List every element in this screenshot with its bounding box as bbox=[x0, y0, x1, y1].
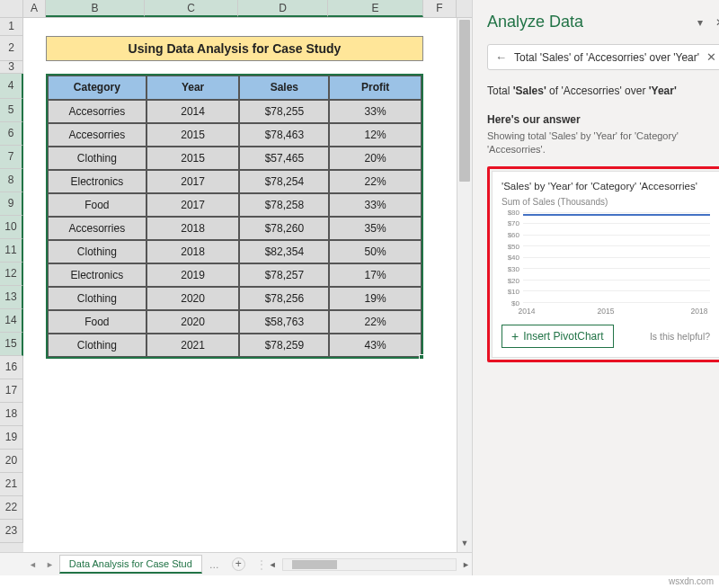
suggestion-card[interactable]: 'Sales' by 'Year' for 'Category' 'Acceso… bbox=[492, 171, 719, 358]
cell[interactable]: Electronics bbox=[48, 263, 146, 287]
table-row[interactable]: Accesorries2018$78,26035% bbox=[48, 217, 422, 240]
cell[interactable]: $78,257 bbox=[239, 263, 329, 287]
cell[interactable]: $58,763 bbox=[239, 310, 329, 334]
cell[interactable]: 2018 bbox=[146, 217, 240, 240]
row-header[interactable]: 8 bbox=[0, 169, 23, 192]
table-row[interactable]: Electronics2019$78,25717% bbox=[48, 263, 422, 287]
row-header[interactable]: 20 bbox=[0, 450, 23, 473]
row-header[interactable]: 5 bbox=[0, 99, 23, 122]
insert-pivotchart-button[interactable]: + Insert PivotChart bbox=[502, 325, 614, 348]
col-header-A[interactable]: A bbox=[23, 0, 46, 17]
clear-query-icon[interactable]: ✕ bbox=[706, 50, 716, 64]
cell[interactable]: 2017 bbox=[146, 170, 240, 193]
cell[interactable]: Food bbox=[48, 193, 146, 217]
cell[interactable]: Accesorries bbox=[48, 217, 146, 240]
tab-overflow-icon[interactable]: … bbox=[204, 559, 225, 570]
vertical-scrollbar[interactable]: ▼ bbox=[457, 18, 472, 552]
table-row[interactable]: Clothing2021$78,25943% bbox=[48, 334, 422, 357]
col-header-E[interactable]: E bbox=[328, 0, 423, 17]
cells-area[interactable]: Using Data Analysis for Case Study Categ… bbox=[23, 18, 457, 552]
row-header[interactable]: 21 bbox=[0, 473, 23, 496]
row-header[interactable]: 23 bbox=[0, 520, 23, 543]
cell[interactable]: 2021 bbox=[146, 334, 240, 357]
row-header[interactable]: 14 bbox=[0, 309, 23, 333]
row-header[interactable]: 11 bbox=[0, 239, 23, 263]
cell[interactable]: $78,260 bbox=[239, 217, 329, 240]
table-row[interactable]: Electronics2017$78,25422% bbox=[48, 170, 422, 193]
cell[interactable]: Accesorries bbox=[48, 123, 146, 147]
row-header[interactable]: 3 bbox=[0, 61, 23, 74]
cell[interactable]: Clothing bbox=[48, 240, 146, 263]
header-category[interactable]: Category bbox=[48, 76, 146, 100]
cell[interactable]: $78,254 bbox=[239, 170, 329, 193]
scroll-down-icon[interactable]: ▼ bbox=[457, 537, 472, 552]
cell[interactable]: 2019 bbox=[146, 263, 240, 287]
table-row[interactable]: Clothing2015$57,46520% bbox=[48, 147, 422, 170]
scrollbar-thumb[interactable] bbox=[292, 560, 337, 569]
cell[interactable]: 2020 bbox=[146, 310, 240, 334]
row-header[interactable]: 17 bbox=[0, 379, 23, 403]
row-header[interactable]: 13 bbox=[0, 286, 23, 309]
cell[interactable]: Electronics bbox=[48, 170, 146, 193]
add-sheet-button[interactable]: + bbox=[232, 557, 245, 571]
sheet-tab-active[interactable]: Data Analysis for Case Stud bbox=[59, 555, 202, 574]
table-row[interactable]: Food2020$58,76322% bbox=[48, 310, 422, 334]
row-header[interactable]: 19 bbox=[0, 426, 23, 450]
back-icon[interactable]: ← bbox=[495, 50, 507, 64]
col-header-F[interactable]: F bbox=[423, 0, 457, 17]
row-header[interactable]: 18 bbox=[0, 403, 23, 426]
table-row[interactable]: Clothing2018$82,35450% bbox=[48, 240, 422, 263]
col-header-C[interactable]: C bbox=[145, 0, 238, 17]
selection-handle[interactable] bbox=[419, 354, 424, 360]
row-header[interactable]: 6 bbox=[0, 122, 23, 146]
row-header[interactable]: 2 bbox=[0, 36, 23, 61]
cell[interactable]: 12% bbox=[329, 123, 422, 147]
cell[interactable]: 2015 bbox=[146, 147, 240, 170]
col-header-D[interactable]: D bbox=[238, 0, 328, 17]
table-row[interactable]: Food2017$78,25833% bbox=[48, 193, 422, 217]
cell[interactable]: 2015 bbox=[146, 123, 240, 147]
cell[interactable]: 33% bbox=[329, 193, 422, 217]
row-header[interactable]: 12 bbox=[0, 263, 23, 286]
scrollbar-thumb[interactable] bbox=[459, 20, 470, 182]
tab-nav-prev-icon[interactable]: ◄ bbox=[25, 560, 40, 569]
col-header-B[interactable]: B bbox=[46, 0, 145, 17]
row-header[interactable]: 4 bbox=[0, 74, 23, 99]
cell[interactable]: 33% bbox=[329, 100, 422, 123]
horizontal-scrollbar[interactable] bbox=[282, 558, 457, 571]
cell[interactable]: $57,465 bbox=[239, 147, 329, 170]
tab-nav-next-icon[interactable]: ► bbox=[42, 560, 58, 569]
cell[interactable]: $78,463 bbox=[239, 123, 329, 147]
cell[interactable]: 2018 bbox=[146, 240, 240, 263]
cell[interactable]: $78,256 bbox=[239, 287, 329, 310]
cell[interactable]: $78,255 bbox=[239, 100, 329, 123]
cell[interactable]: 2014 bbox=[146, 100, 240, 123]
cell[interactable]: Accesorries bbox=[48, 100, 146, 123]
cell[interactable]: $82,354 bbox=[239, 240, 329, 263]
scroll-left-icon[interactable]: ◄ bbox=[267, 560, 279, 569]
cell[interactable]: 20% bbox=[329, 147, 422, 170]
cell[interactable]: Clothing bbox=[48, 287, 146, 310]
row-header[interactable]: 9 bbox=[0, 192, 23, 216]
row-header[interactable]: 1 bbox=[0, 18, 23, 36]
header-profit[interactable]: Profit bbox=[329, 76, 422, 100]
row-header[interactable]: 7 bbox=[0, 146, 23, 169]
cell[interactable]: Clothing bbox=[48, 147, 146, 170]
cell[interactable]: 2020 bbox=[146, 287, 240, 310]
cell[interactable]: 17% bbox=[329, 263, 422, 287]
table-row[interactable]: Accesorries2014$78,25533% bbox=[48, 100, 422, 123]
header-year[interactable]: Year bbox=[146, 76, 240, 100]
header-sales[interactable]: Sales bbox=[239, 76, 329, 100]
row-header[interactable]: 22 bbox=[0, 496, 23, 520]
cell[interactable]: Food bbox=[48, 310, 146, 334]
query-box[interactable]: ← Total 'Sales' of 'Accesorries' over 'Y… bbox=[487, 44, 719, 70]
cell[interactable]: 19% bbox=[329, 287, 422, 310]
feedback-link[interactable]: Is this helpful? bbox=[650, 331, 710, 342]
cell[interactable]: 22% bbox=[329, 170, 422, 193]
cell[interactable]: 35% bbox=[329, 217, 422, 240]
cell[interactable]: 2017 bbox=[146, 193, 240, 217]
pane-dropdown-icon[interactable]: ▾ bbox=[697, 16, 703, 29]
row-header[interactable]: 15 bbox=[0, 333, 23, 356]
row-header[interactable]: 16 bbox=[0, 356, 23, 379]
pane-close-icon[interactable]: ✕ bbox=[715, 16, 719, 29]
